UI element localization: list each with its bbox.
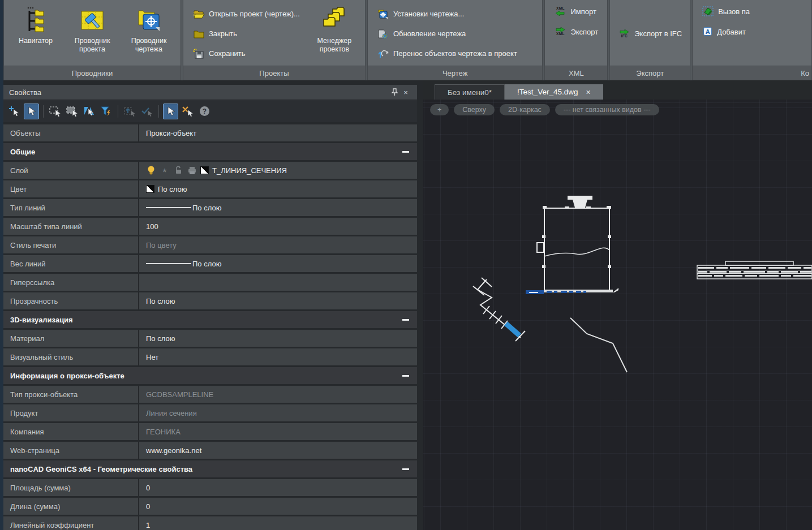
property-row: Компания ГЕОНИКА [3,423,417,440]
drawing-explorer-icon [135,4,162,37]
properties-panel-header: Свойства × [3,85,417,100]
viewport-add-button[interactable]: + [430,104,449,115]
property-value[interactable]: Нет [139,348,417,365]
ifc-export-icon: IFC [618,28,630,40]
xml-export-button[interactable]: XML Экспорт [549,24,603,39]
select-previous-button[interactable] [122,104,138,119]
freeze-icon[interactable]: * [160,165,170,175]
ribbon-group-label-explorers: Проводники [4,66,181,80]
section-header-3d[interactable]: 3D-визуализация [3,311,417,328]
drawing-explorer-label: Проводник чертежа [121,37,177,54]
color-swatch-icon[interactable] [200,166,209,174]
linetype-sample-icon [146,207,191,208]
lineweight-sample-icon [146,263,191,264]
selection-toolbar: ? [3,100,417,122]
call-panel-button[interactable]: Вызов па [697,4,807,19]
ribbon-group-explorers: Навигатор Проводник проекта [3,0,181,80]
call-panel-icon [702,6,714,17]
confirm-selection-button[interactable] [139,104,154,119]
drawing-explorer-button[interactable]: Проводник чертежа [121,2,177,66]
property-value[interactable]: 0 [139,498,417,515]
clear-selection-button[interactable] [180,104,195,119]
navigator-label: Навигатор [19,37,53,45]
drawing-settings-button[interactable]: Установки чертежа... [372,7,538,21]
select-cursor-button[interactable] [24,104,39,119]
tab-test-ver-45[interactable]: !Test_Ver_45.dwg × [505,84,603,100]
property-value[interactable]: 100 [139,218,417,235]
section-line [473,278,525,341]
property-value[interactable]: По слою [139,330,417,347]
pin-icon[interactable] [389,87,400,97]
project-manager-button[interactable]: Менеджер проектов [307,2,362,66]
transfer-objects-button[interactable]: Перенос объектов чертежа в проект [372,46,538,61]
property-value[interactable] [139,274,417,291]
property-value-readonly: GCDBSAMPLELINE [139,386,417,403]
close-project-label: Закрыть [209,29,237,38]
property-row: Визуальный стиль Нет [3,348,417,365]
xml-import-button[interactable]: XML Импорт [549,4,603,19]
help-icon: ? [200,106,209,116]
add-to-selection-button[interactable] [7,104,22,119]
xml-import-icon: XML [554,6,566,17]
linked-views-button[interactable]: --- нет связанных видов --- [555,104,659,115]
layer-name: Т_ЛИНИЯ_СЕЧЕНИЯ [212,166,287,175]
property-value-linetype[interactable]: По слою [139,199,417,216]
highlight-selection-button[interactable] [163,104,178,119]
visual-style-button[interactable]: 2D-каркас [500,104,550,115]
collapse-icon[interactable] [402,151,409,153]
property-value-lineweight[interactable]: По слою [139,255,417,272]
property-value-layer[interactable]: * Т_ЛИНИ [139,162,417,179]
tab-unnamed-document[interactable]: Без имени0* [435,84,505,100]
document-tab-bar: Без имени0* !Test_Ver_45.dwg × [423,80,812,100]
selection-filter-button[interactable] [98,104,114,119]
folders-stack-icon [320,4,349,37]
section-header-proxy-info[interactable]: Информация о прокси-объекте [3,367,417,384]
open-project-label: Открыть проект (чертеж)... [209,10,300,18]
tab-close-icon[interactable]: × [586,88,590,97]
add-annotation-label: Добавит [717,28,746,36]
property-value-color[interactable]: По слою [139,180,417,197]
invert-selection-button[interactable] [81,104,97,119]
printer-icon[interactable] [187,165,197,175]
panel-close-icon[interactable]: × [400,87,411,97]
property-row: Линейный коэффициент 1 [3,516,417,530]
ribbon-group-label-drawing: Чертеж [368,66,543,80]
property-row: Прозрачность По слою [3,292,417,309]
section-header-general[interactable]: Общие [3,143,417,160]
blue-baseline-marks [526,290,586,294]
collapse-icon[interactable] [402,468,409,470]
project-explorer-button[interactable]: Проводник проекта [64,2,121,66]
properties-panel: Свойства × [3,85,417,530]
layer-on-bulb-icon[interactable] [146,165,156,175]
section-header-geometric[interactable]: nanoCAD GeoniCS x64 - Геометрические сво… [3,460,417,477]
help-button[interactable]: ? [197,104,212,119]
view-direction-button[interactable]: Сверху [454,104,495,115]
property-value-web[interactable]: www.geonika.net [139,442,417,459]
ifc-export-label: Экспорт в IFC [634,29,682,38]
property-row: Объекты Прокси-объект [3,124,417,141]
drawing-canvas[interactable]: + Сверху 2D-каркас --- нет связанных вид… [423,100,812,530]
property-value[interactable]: 1 [139,516,417,530]
property-value[interactable]: Прокси-объект [139,124,417,141]
save-project-button[interactable]: Сохранить [188,46,306,61]
lock-icon[interactable] [173,165,183,175]
property-value[interactable]: 0 [139,479,417,496]
property-row: Слой * [3,162,417,179]
collapse-icon[interactable] [402,319,409,321]
property-row: Вес линий По слою [3,255,417,272]
ifc-export-button[interactable]: IFC Экспорт в IFC [613,27,686,41]
xml-import-label: Импорт [570,7,596,16]
close-project-button[interactable]: Закрыть [188,27,306,41]
open-project-button[interactable]: Открыть проект (чертеж)... [188,7,306,21]
property-row: Web-страница www.geonika.net [3,442,417,459]
collapse-icon[interactable] [402,375,409,377]
property-value[interactable]: По слою [139,292,417,309]
drawing-update-button[interactable]: Обновление чертежа [372,27,538,41]
call-panel-label: Вызов па [718,7,750,16]
property-row: Гиперссылка [3,274,417,291]
property-value-readonly: ГЕОНИКА [139,423,417,440]
select-crossing-button[interactable] [65,104,80,119]
navigator-button[interactable]: Навигатор [7,2,64,66]
select-window-button[interactable] [48,104,63,119]
add-annotation-button[interactable]: A Добавит [697,24,807,39]
